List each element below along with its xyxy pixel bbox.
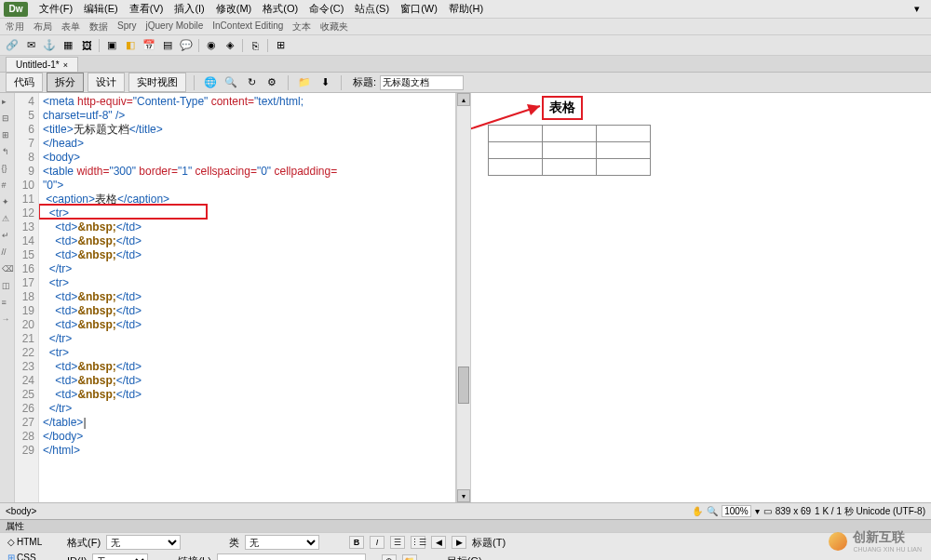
inspect-icon[interactable]: 🔍 — [223, 75, 239, 90]
comment-icon[interactable]: 💬 — [178, 38, 195, 53]
code-line[interactable]: <td>&nbsp;</td> — [43, 360, 452, 374]
insert-tab[interactable]: InContext Editing — [212, 20, 283, 33]
menu-item[interactable]: 帮助(H) — [443, 0, 489, 18]
refresh-icon[interactable]: ↻ — [243, 75, 260, 90]
syntax-error-icon[interactable]: ⚠ — [2, 214, 13, 225]
tag-path[interactable]: <body> — [6, 506, 692, 516]
props-html-tab[interactable]: ◇HTML — [4, 535, 60, 549]
code-line[interactable]: </tr> — [43, 262, 452, 276]
zoom-tool-icon[interactable]: 🔍 — [707, 506, 718, 516]
hyperlink-icon[interactable]: 🔗 — [4, 38, 20, 53]
collapse-icon[interactable]: ⊟ — [2, 113, 13, 125]
preview-table[interactable]: 表格 — [488, 104, 651, 176]
code-line[interactable]: <td>&nbsp;</td> — [43, 374, 452, 388]
view-split[interactable]: 拆分 — [47, 73, 84, 92]
code-line[interactable]: </tr> — [43, 332, 452, 346]
code-line[interactable]: <td>&nbsp;</td> — [43, 304, 452, 318]
table-icon[interactable]: ▦ — [60, 38, 76, 53]
apply-comment-icon[interactable]: // — [2, 247, 13, 259]
code-line[interactable]: <title>无标题文档</title> — [43, 123, 452, 137]
options-icon[interactable]: ⚙ — [263, 75, 280, 90]
menu-item[interactable]: 文件(F) — [34, 0, 78, 18]
code-line[interactable]: </body> — [43, 430, 452, 444]
code-line[interactable]: </html> — [43, 444, 452, 458]
view-design[interactable]: 设计 — [88, 73, 125, 92]
word-wrap-icon[interactable]: ↵ — [2, 231, 13, 242]
hand-tool-icon[interactable]: ✋ — [692, 506, 703, 516]
code-line[interactable]: <table width="300" border="1" cellspacin… — [43, 165, 452, 179]
scroll-down-icon[interactable]: ▾ — [457, 489, 470, 502]
close-icon[interactable]: × — [63, 60, 68, 70]
ol-button[interactable]: ⋮☰ — [411, 536, 425, 549]
anchor-icon[interactable]: ⚓ — [41, 38, 58, 53]
menu-item[interactable]: 站点(S) — [349, 0, 395, 18]
live-code-icon[interactable]: 🌐 — [202, 75, 219, 90]
view-live[interactable]: 实时视图 — [128, 73, 186, 92]
outdent-button[interactable]: ◀ — [431, 536, 446, 549]
scroll-thumb[interactable] — [458, 367, 469, 404]
line-numbers-icon[interactable]: # — [2, 180, 13, 192]
props-css-tab[interactable]: ⊞CSS — [4, 551, 60, 560]
window-size-icon[interactable]: ▭ — [763, 506, 772, 516]
recent-snippets-icon[interactable]: ◫ — [2, 281, 13, 292]
point-to-file-icon[interactable]: ⊕ — [382, 554, 397, 560]
format-select[interactable]: 无 — [106, 535, 181, 550]
code-line[interactable]: <tr> — [43, 276, 452, 290]
code-line[interactable]: <td>&nbsp;</td> — [43, 220, 452, 234]
code-line[interactable]: </tr> — [43, 402, 452, 416]
code-line[interactable]: <td>&nbsp;</td> — [43, 248, 452, 262]
code-line[interactable]: "0"> — [43, 179, 452, 193]
image-icon[interactable]: 🖼 — [78, 38, 95, 53]
templates-icon[interactable]: ⎘ — [247, 38, 263, 53]
insert-tab[interactable]: 数据 — [89, 20, 108, 33]
code-line[interactable]: </table>| — [43, 416, 452, 430]
media-icon[interactable]: ▣ — [103, 38, 120, 53]
browse-icon[interactable]: 📁 — [402, 554, 417, 560]
code-line[interactable]: </head> — [43, 137, 452, 151]
code-line[interactable]: <td>&nbsp;</td> — [43, 234, 452, 248]
code-line[interactable]: <caption>表格</caption> — [43, 193, 452, 207]
balance-braces-icon[interactable]: {} — [2, 164, 13, 175]
menu-item[interactable]: 编辑(E) — [78, 0, 124, 18]
widget-icon[interactable]: ◧ — [122, 38, 139, 53]
code-line[interactable]: <body> — [43, 151, 452, 165]
date-icon[interactable]: 📅 — [141, 38, 157, 53]
tag-chooser-icon[interactable]: ⊞ — [272, 38, 289, 53]
code-line[interactable]: <meta http-equiv="Content-Type" content=… — [43, 95, 452, 109]
code-line[interactable]: <td>&nbsp;</td> — [43, 318, 452, 332]
scroll-up-icon[interactable]: ▴ — [457, 93, 470, 106]
format-source-icon[interactable]: ≡ — [2, 298, 13, 309]
menu-item[interactable]: 格式(O) — [257, 0, 304, 18]
layout-dropdown[interactable]: ▾ — [907, 1, 927, 17]
menu-item[interactable]: 修改(M) — [210, 0, 258, 18]
document-tab[interactable]: Untitled-1* × — [6, 57, 78, 72]
preview-browser-icon[interactable]: ⬇ — [317, 75, 333, 90]
file-mgmt-icon[interactable]: 📁 — [296, 75, 313, 90]
code-editor[interactable]: <meta http-equiv="Content-Type" content=… — [39, 93, 456, 502]
insert-tab[interactable]: 收藏夹 — [320, 20, 348, 33]
code-line[interactable]: <tr> — [43, 207, 452, 220]
code-line[interactable]: <td>&nbsp;</td> — [43, 388, 452, 402]
insert-tab[interactable]: Spry — [117, 20, 137, 33]
script-icon[interactable]: ◈ — [222, 38, 238, 53]
title-input[interactable] — [380, 75, 464, 90]
indent-icon[interactable]: → — [2, 314, 13, 326]
server-icon[interactable]: ▤ — [159, 38, 176, 53]
expand-icon[interactable]: ⊞ — [2, 130, 13, 141]
insert-tab[interactable]: 布局 — [34, 20, 52, 33]
menu-item[interactable]: 窗口(W) — [395, 0, 443, 18]
properties-header[interactable]: 属性 — [0, 519, 931, 532]
code-scrollbar[interactable]: ▴ ▾ — [456, 93, 471, 502]
insert-tab[interactable]: jQuery Mobile — [146, 20, 204, 33]
menu-item[interactable]: 查看(V) — [124, 0, 169, 18]
indent-button[interactable]: ▶ — [452, 536, 466, 549]
id-select[interactable]: 无 — [92, 553, 148, 560]
select-parent-icon[interactable]: ↰ — [2, 147, 13, 158]
remove-comment-icon[interactable]: ⌫ — [2, 264, 13, 275]
highlight-icon[interactable]: ✦ — [2, 197, 13, 208]
menu-item[interactable]: 插入(I) — [169, 0, 209, 18]
insert-tab[interactable]: 表单 — [61, 20, 80, 33]
menu-item[interactable]: 命令(C) — [304, 0, 349, 18]
code-line[interactable]: <td>&nbsp;</td> — [43, 290, 452, 304]
class-select[interactable]: 无 — [245, 535, 319, 550]
